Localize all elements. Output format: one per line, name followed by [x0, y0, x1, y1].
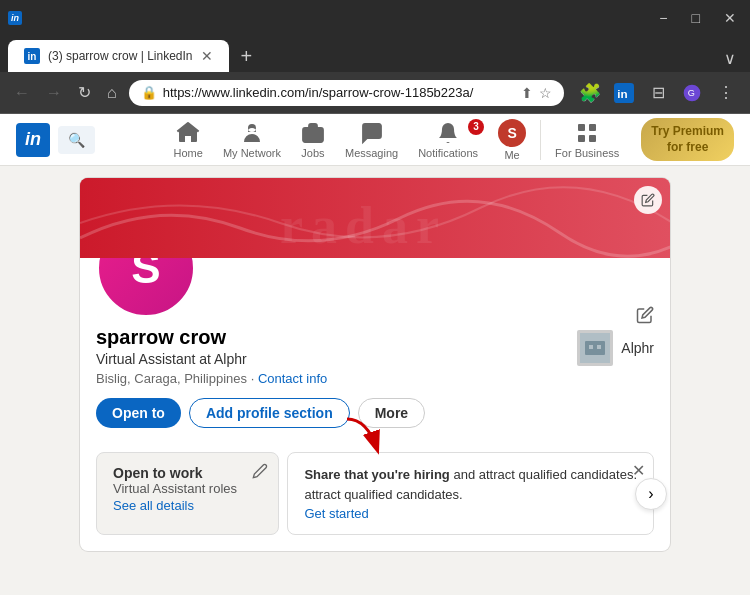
hiring-text: Share that you're hiring and attract qua…	[304, 465, 637, 504]
bookmark-icon[interactable]: ☆	[539, 85, 552, 101]
notification-badge: 3	[468, 119, 484, 135]
search-bar[interactable]: 🔍	[58, 126, 95, 154]
hiring-get-started-link[interactable]: Get started	[304, 506, 368, 521]
hiring-text-strong: Share that you're hiring	[304, 467, 449, 482]
svg-rect-4	[303, 128, 323, 142]
menu-icon[interactable]: ⋮	[712, 79, 740, 107]
nav-avatar: S	[498, 119, 526, 147]
hiring-close-button[interactable]: ✕	[632, 461, 645, 480]
add-profile-section-button[interactable]: Add profile section	[189, 398, 350, 428]
nav-icons: Home My Network Jobs Messaging 3 Notific…	[164, 119, 630, 161]
nav-network[interactable]: My Network	[213, 121, 291, 159]
open-to-work-card: Open to work Virtual Assistant roles See…	[96, 452, 279, 535]
minimize-button[interactable]: −	[653, 8, 673, 28]
profile-icon[interactable]: in	[610, 79, 638, 107]
new-tab-button[interactable]: +	[233, 41, 261, 72]
window-controls: − □ ✕	[653, 8, 742, 28]
nav-jobs[interactable]: Jobs	[291, 121, 335, 159]
title-bar: in − □ ✕	[0, 0, 750, 36]
forward-button[interactable]: →	[42, 82, 66, 104]
svg-rect-7	[578, 135, 585, 142]
sidebar-icon[interactable]: ⊟	[644, 79, 672, 107]
extensions-icon[interactable]: 🧩	[576, 79, 604, 107]
premium-button[interactable]: Try Premium for free	[641, 118, 734, 161]
toolbar-icons: 🧩 in ⊟ G ⋮	[576, 79, 740, 107]
otw-edit-icon[interactable]	[252, 463, 268, 482]
hiring-next-button[interactable]: ›	[635, 478, 667, 510]
svg-rect-14	[597, 345, 601, 349]
svg-rect-5	[578, 124, 585, 131]
nav-divider	[540, 120, 541, 160]
nav-home[interactable]: Home	[164, 121, 213, 159]
svg-text:G: G	[688, 88, 695, 98]
svg-rect-12	[585, 341, 605, 355]
svg-rect-13	[589, 345, 593, 349]
svg-text:in: in	[617, 87, 627, 100]
company-badge: Alphr	[577, 330, 654, 366]
extension-icon[interactable]: G	[678, 79, 706, 107]
refresh-button[interactable]: ↻	[74, 81, 95, 104]
back-button[interactable]: ←	[10, 82, 34, 104]
share-icon[interactable]: ⬆	[521, 85, 533, 101]
edit-cover-button[interactable]	[634, 186, 662, 214]
nav-jobs-label: Jobs	[301, 147, 324, 159]
url-icons: ⬆ ☆	[521, 85, 552, 101]
nav-notifications[interactable]: 3 Notifications	[408, 121, 488, 159]
home-nav-button[interactable]: ⌂	[103, 82, 121, 104]
name-title-block: sparrow crow Virtual Assistant at Alphr …	[96, 326, 577, 386]
maximize-button[interactable]: □	[686, 8, 706, 28]
active-tab[interactable]: in (3) sparrow crow | LinkedIn ✕	[8, 40, 229, 72]
otw-see-all-link[interactable]: See all details	[113, 498, 194, 513]
nav-notifications-label: Notifications	[418, 147, 478, 159]
edit-profile-button[interactable]	[636, 306, 654, 329]
tab-title: (3) sparrow crow | LinkedIn	[48, 49, 193, 63]
nav-messaging[interactable]: Messaging	[335, 121, 408, 159]
linkedin-navbar: in 🔍 Home My Network Jobs Messaging 3 No…	[0, 114, 750, 166]
company-logo-img	[580, 333, 610, 363]
nav-home-label: Home	[174, 147, 203, 159]
url-text: https://www.linkedin.com/in/sparrow-crow…	[163, 85, 515, 100]
nav-business-label: For Business	[555, 147, 619, 159]
bottom-section: Open to work Virtual Assistant roles See…	[80, 452, 670, 551]
close-button[interactable]: ✕	[718, 8, 742, 28]
otw-title: Open to work	[113, 465, 262, 481]
page-content: radar S sparrow crow Virtual Assistant a…	[0, 166, 750, 595]
open-to-button[interactable]: Open to	[96, 398, 181, 428]
nav-network-label: My Network	[223, 147, 281, 159]
linkedin-logo[interactable]: in	[16, 123, 50, 157]
browser-chrome: in − □ ✕ in (3) sparrow crow | LinkedIn …	[0, 0, 750, 114]
tab-bar: in (3) sparrow crow | LinkedIn ✕ + ∨	[0, 36, 750, 72]
svg-text:radar: radar	[280, 197, 447, 254]
nav-messaging-label: Messaging	[345, 147, 398, 159]
tab-bar-overflow[interactable]: ∨	[718, 45, 742, 72]
search-icon: 🔍	[68, 132, 85, 148]
url-bar[interactable]: 🔒 https://www.linkedin.com/in/sparrow-cr…	[129, 80, 564, 106]
nav-business[interactable]: For Business	[545, 121, 629, 159]
company-name: Alphr	[621, 340, 654, 356]
tab-close-button[interactable]: ✕	[201, 48, 213, 64]
address-bar: ← → ↻ ⌂ 🔒 https://www.linkedin.com/in/sp…	[0, 72, 750, 114]
profile-card: radar S sparrow crow Virtual Assistant a…	[80, 178, 670, 551]
profile-headline: Virtual Assistant at Alphr	[96, 351, 577, 367]
cover-photo: radar	[80, 178, 670, 258]
profile-location: Bislig, Caraga, Philippines · Contact in…	[96, 371, 577, 386]
red-arrow	[337, 414, 397, 468]
company-logo	[577, 330, 613, 366]
title-bar-left: in	[8, 11, 22, 25]
svg-rect-8	[589, 135, 596, 142]
svg-rect-6	[589, 124, 596, 131]
profile-name: sparrow crow	[96, 326, 577, 349]
name-section: sparrow crow Virtual Assistant at Alphr …	[96, 326, 654, 386]
nav-me[interactable]: S Me	[488, 119, 536, 161]
tab-favicon: in	[24, 48, 40, 64]
cover-decoration: radar	[80, 178, 670, 258]
nav-me-label: Me	[504, 149, 519, 161]
contact-info-link[interactable]: Contact info	[258, 371, 327, 386]
edit-profile-area	[636, 306, 654, 329]
otw-subtitle: Virtual Assistant roles	[113, 481, 262, 496]
hiring-card-wrapper: ✕ Share that you're hiring and attract q…	[287, 452, 654, 535]
tab-favicon-mini: in	[8, 11, 22, 25]
